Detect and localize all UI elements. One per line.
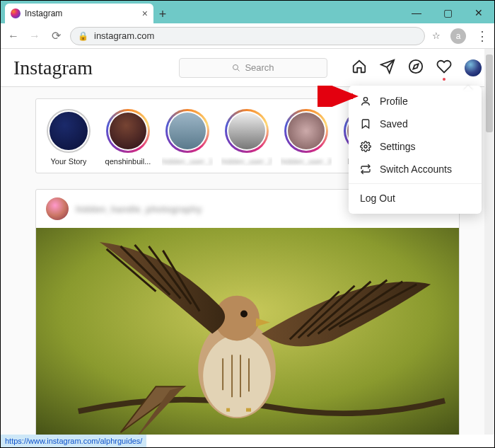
instagram-nav <box>351 59 482 76</box>
svg-point-8 <box>203 335 271 417</box>
story-username: Your Story <box>51 157 87 166</box>
instagram-logo[interactable]: Instagram <box>13 57 93 79</box>
story-item[interactable]: Your Story <box>40 109 97 166</box>
instagram-header: Instagram Search Profile Saved Sett <box>1 49 494 87</box>
activity-icon[interactable] <box>436 59 452 76</box>
dropdown-label: Saved <box>380 118 408 130</box>
browser-tab[interactable]: Instagram × <box>5 4 153 23</box>
status-url: https://www.instagram.com/alphrguides/ <box>5 437 142 445</box>
story-username: qenshinbuil... <box>105 157 151 166</box>
svg-point-2 <box>409 60 422 73</box>
story-item[interactable]: hidden_user_3 <box>278 109 334 166</box>
instagram-favicon <box>11 8 21 18</box>
dropdown-label: Switch Accounts <box>380 163 452 175</box>
story-item[interactable]: qenshinbuil... <box>100 109 156 166</box>
profile-avatar-button[interactable] <box>465 59 482 76</box>
tab-title: Instagram <box>25 8 138 18</box>
post-username[interactable]: hidden_handle_photography <box>76 204 202 214</box>
dropdown-item-profile[interactable]: Profile <box>349 90 482 113</box>
address-bar[interactable]: 🔒 instagram.com <box>70 27 425 45</box>
story-ring <box>47 109 91 153</box>
svg-marker-3 <box>413 64 418 69</box>
search-input[interactable]: Search <box>179 58 327 78</box>
back-button[interactable]: ← <box>6 30 21 42</box>
story-username: hidden_user_3 <box>281 157 332 166</box>
svg-point-4 <box>363 98 367 101</box>
story-item[interactable]: hidden_user_1 <box>159 109 216 166</box>
lock-icon: 🔒 <box>78 31 88 41</box>
chrome-menu-button[interactable]: ⋮ <box>476 28 489 44</box>
notification-dot <box>443 78 446 81</box>
home-icon[interactable] <box>351 59 367 76</box>
explore-icon[interactable] <box>408 59 424 76</box>
maximize-button[interactable]: ▢ <box>432 2 463 23</box>
search-icon <box>232 64 240 72</box>
dropdown-item-switch[interactable]: Switch Accounts <box>349 158 482 180</box>
dropdown-label: Log Out <box>360 193 395 204</box>
post-avatar[interactable] <box>46 197 69 220</box>
close-window-button[interactable]: ✕ <box>463 2 494 23</box>
dropdown-separator <box>349 183 482 184</box>
browser-titlebar: Instagram × + — ▢ ✕ <box>1 1 494 23</box>
minimize-button[interactable]: — <box>401 2 432 23</box>
bookmark-star-icon[interactable]: ☆ <box>432 30 441 41</box>
window-controls: — ▢ ✕ <box>401 2 494 23</box>
scrollbar-thumb[interactable] <box>486 54 493 132</box>
story-username: hidden_user_2 <box>221 157 273 166</box>
profile-icon <box>360 96 371 107</box>
svg-point-5 <box>364 145 367 148</box>
forward-button[interactable]: → <box>28 30 42 42</box>
switch-icon <box>360 163 371 175</box>
story-ring <box>284 109 328 153</box>
story-ring <box>225 109 269 153</box>
bird-illustration <box>36 228 459 435</box>
messages-icon[interactable] <box>380 59 395 76</box>
gear-icon <box>360 141 371 152</box>
reload-button[interactable]: ⟳ <box>49 29 63 42</box>
search-placeholder: Search <box>245 62 274 73</box>
new-tab-button[interactable]: + <box>153 5 172 23</box>
annotation-arrow <box>318 86 360 107</box>
dropdown-label: Profile <box>380 96 408 107</box>
feed-post: hidden_handle_photography ••• <box>35 189 460 435</box>
dropdown-item-saved[interactable]: Saved <box>349 113 482 135</box>
story-item[interactable]: hidden_user_2 <box>219 109 275 166</box>
dropdown-label: Settings <box>380 141 416 152</box>
profile-dropdown: Profile Saved Settings Switch Accounts L… <box>349 86 482 214</box>
dropdown-item-settings[interactable]: Settings <box>349 135 482 158</box>
url-text: instagram.com <box>94 30 154 41</box>
browser-status-bar: https://www.instagram.com/alphrguides/ <box>1 435 146 447</box>
page-viewport: Instagram Search Profile Saved Sett <box>1 49 494 435</box>
story-ring <box>106 109 150 153</box>
svg-line-1 <box>238 69 240 71</box>
chrome-profile-button[interactable]: a <box>450 28 466 44</box>
post-image[interactable] <box>36 228 459 435</box>
bookmark-icon <box>360 118 371 130</box>
close-tab-icon[interactable]: × <box>142 8 148 19</box>
story-username: hidden_user_1 <box>162 157 214 166</box>
svg-point-0 <box>233 64 238 69</box>
page-scrollbar[interactable] <box>484 49 494 435</box>
dropdown-item-logout[interactable]: Log Out <box>349 187 482 209</box>
svg-point-10 <box>240 311 248 318</box>
story-ring <box>165 109 209 153</box>
browser-toolbar: ← → ⟳ 🔒 instagram.com ☆ a ⋮ <box>1 23 494 49</box>
